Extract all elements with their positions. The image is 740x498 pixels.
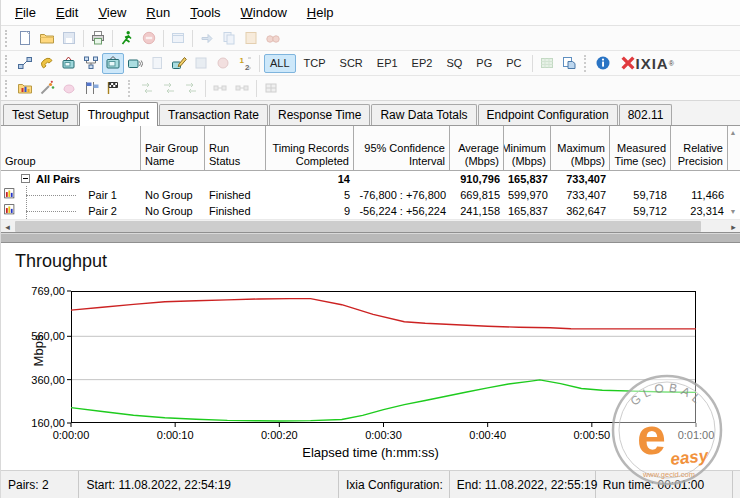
run-test-button[interactable]: [116, 28, 138, 49]
svg-text:1: 1: [240, 56, 245, 65]
print-button[interactable]: [87, 28, 109, 49]
tab-throughput[interactable]: Throughput: [79, 102, 158, 126]
multicast-tv-icon: [61, 55, 77, 71]
chart-plot-area: [71, 291, 696, 423]
about-info-button[interactable]: [592, 53, 614, 74]
open-test-button[interactable]: [36, 28, 58, 49]
save-results-icon: [539, 55, 555, 71]
filter-tcp-button[interactable]: TCP: [298, 54, 332, 73]
chart-title: Throughput: [15, 251, 107, 272]
y-tick-label: 560,00: [5, 330, 65, 342]
table-row-pair-1[interactable]: Pair 1No GroupFinished5-76,800 : +76,800…: [1, 187, 740, 203]
menu-window[interactable]: Window: [231, 1, 297, 24]
column-header-pair-group-name[interactable]: Pair Group Name: [141, 126, 205, 170]
filter-sq-button[interactable]: SQ: [440, 54, 468, 73]
column-header-relative-precision[interactable]: Relative Precision: [671, 126, 728, 170]
tab-response-time[interactable]: Response Time: [269, 104, 370, 125]
info-icon: [595, 55, 611, 71]
cell-average-mbps-: 669,815: [450, 187, 504, 203]
column-header-minimum-mbps-[interactable]: Minimum (Mbps): [504, 126, 551, 170]
column-header-run-status[interactable]: Run Status: [205, 126, 266, 170]
horizontal-scrollbar[interactable]: ◂ ▸: [1, 219, 740, 232]
column-header-group[interactable]: Group: [1, 126, 141, 170]
edit-pair-button[interactable]: [168, 53, 190, 74]
tab-raw-data-totals[interactable]: Raw Data Totals: [371, 104, 476, 125]
tab-transaction-rate[interactable]: Transaction Rate: [159, 104, 268, 125]
insert-button: [196, 28, 218, 49]
tab-802-11[interactable]: 802.11: [619, 104, 673, 125]
chart-x-axis-label: Elapsed time (h:mm:ss): [1, 445, 740, 460]
export-results-icon: [561, 55, 577, 71]
menu-help[interactable]: Help: [297, 1, 344, 24]
group-label: All Pairs: [36, 173, 80, 185]
menu-tools[interactable]: Tools: [180, 1, 230, 24]
filter-ep1-button[interactable]: EP1: [371, 54, 404, 73]
new-test-button[interactable]: [14, 28, 36, 49]
filter-pc-button[interactable]: PC: [500, 54, 527, 73]
stop-test-icon: [141, 30, 157, 46]
column-filter-group: ALLTCPSCREP1EP2SQPGPC: [263, 54, 529, 73]
run-test-icon: [119, 30, 135, 46]
compare-blob-icon: [61, 80, 77, 96]
results-grid: GroupPair Group NameRun StatusTiming Rec…: [1, 126, 740, 219]
toolbar-separator: [584, 55, 588, 72]
x-tick-label: 0:00:30: [365, 429, 402, 441]
table-row-pair-2[interactable]: Pair 2No GroupFinished9-56,224 : +56,224…: [1, 203, 740, 219]
cell-minimum-mbps-: 165,837: [504, 203, 551, 219]
cell-run-status: Finished: [205, 187, 266, 203]
tree-expander-icon[interactable]: [21, 174, 30, 183]
add-hardware-pairs-button[interactable]: [80, 53, 102, 74]
analyze-results-button[interactable]: [36, 78, 58, 99]
cell-measured-time-sec-: 59,718: [610, 187, 671, 203]
column-header-average-mbps-[interactable]: Average (Mbps): [450, 126, 504, 170]
tab-endpoint-configuration[interactable]: Endpoint Configuration: [478, 104, 618, 125]
export-results-button[interactable]: [558, 53, 580, 74]
renumber-pairs-button[interactable]: 12: [234, 53, 256, 74]
table-row-all-pairs[interactable]: All Pairs14910,796165,837733,407: [1, 171, 740, 187]
scroll-down-arrow[interactable]: ▼: [728, 208, 738, 215]
chart-panel: Throughput Mbps 769,00560,00360,00160,00…: [1, 243, 740, 470]
add-multicast-group-button[interactable]: [58, 53, 80, 74]
column-header-measured-time-sec-[interactable]: Measured Time (sec): [610, 126, 671, 170]
scroll-right-arrow[interactable]: ▸: [727, 220, 740, 233]
filter-pg-button[interactable]: PG: [470, 54, 498, 73]
swap-arrows-icon: [161, 80, 177, 96]
column-header-95-confidence-interval[interactable]: 95% Confidence Interval: [354, 126, 450, 170]
pair-link-gray-icon: [212, 80, 228, 96]
finish-flag-button[interactable]: [102, 78, 124, 99]
link-pairs-button: [209, 78, 231, 99]
report-window-icon: [170, 30, 186, 46]
pair-flags-icon: [83, 80, 99, 96]
swap-arrows-icon: [183, 80, 199, 96]
pair-flags-button[interactable]: [80, 78, 102, 99]
menu-file[interactable]: File: [5, 1, 46, 24]
tab-test-setup[interactable]: Test Setup: [3, 104, 78, 125]
view-multicast-streams-button[interactable]: [124, 53, 146, 74]
menu-edit[interactable]: Edit: [46, 1, 88, 24]
scrollbar-thumb[interactable]: [15, 221, 701, 232]
open-results-button[interactable]: [14, 78, 36, 99]
save-floppy-icon: [61, 30, 77, 46]
toolbar-results: [1, 76, 740, 101]
add-voip-pair-button[interactable]: [36, 53, 58, 74]
column-header-timing-records-completed[interactable]: Timing Records Completed: [266, 126, 354, 170]
save-test-button: [58, 28, 80, 49]
plot-border: [72, 292, 696, 423]
pane-splitter[interactable]: [1, 232, 740, 243]
add-pair-button[interactable]: [14, 53, 36, 74]
menu-view[interactable]: View: [88, 1, 136, 24]
status-section-2: Start: 11.08.2022, 22:54:19: [79, 471, 339, 498]
cell-minimum-mbps-: 165,837: [504, 171, 551, 187]
group-cell: All Pairs: [1, 171, 141, 187]
column-header-maximum-mbps-[interactable]: Maximum (Mbps): [551, 126, 610, 170]
filter-scr-button[interactable]: SCR: [334, 54, 369, 73]
filter-ep2-button[interactable]: EP2: [406, 54, 439, 73]
x-tick-label: 0:00:20: [261, 429, 298, 441]
filter-all-button[interactable]: ALL: [264, 54, 296, 73]
menu-run[interactable]: Run: [136, 1, 180, 24]
scroll-up-arrow[interactable]: ▲: [728, 129, 738, 136]
cell-95-confidence-interval: -56,224 : +56,224: [354, 203, 450, 219]
tab-bar: Test SetupThroughputTransaction RateResp…: [1, 101, 740, 126]
view-endpoint-pairs-button[interactable]: [102, 53, 124, 74]
scroll-left-arrow[interactable]: ◂: [1, 220, 14, 233]
